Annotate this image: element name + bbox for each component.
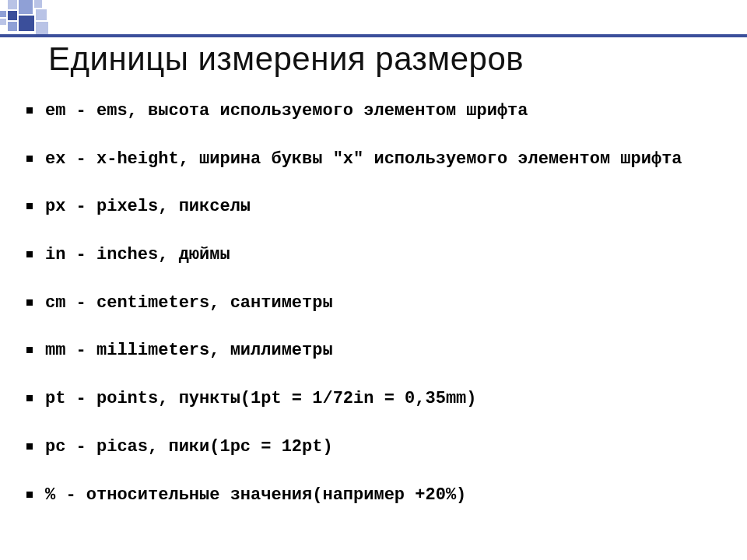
list-item: px - pixels, пикселы (23, 195, 724, 219)
units-list: em - ems, высота используемого элементом… (23, 100, 724, 506)
slide: Единицы измерения размеров em - ems, выс… (0, 0, 747, 560)
list-item: pt - points, пункты(1pt = 1/72in = 0,35m… (23, 387, 724, 411)
content-area: em - ems, высота используемого элементом… (23, 100, 724, 531)
list-item: mm - millimeters, миллиметры (23, 339, 724, 362)
list-item: ex - x-height, ширина буквы "х" использу… (23, 148, 724, 171)
header-rule (0, 34, 747, 37)
list-item: cm - centimeters, сантиметры (23, 292, 724, 315)
list-item: in - inches, дюймы (23, 243, 724, 267)
page-title: Единицы измерения размеров (48, 40, 524, 78)
list-item: pc - picas, пики(1pc = 12pt) (23, 436, 724, 459)
list-item: % - относительные значения(например +20%… (23, 484, 724, 507)
list-item: em - ems, высота используемого элементом… (23, 100, 724, 123)
